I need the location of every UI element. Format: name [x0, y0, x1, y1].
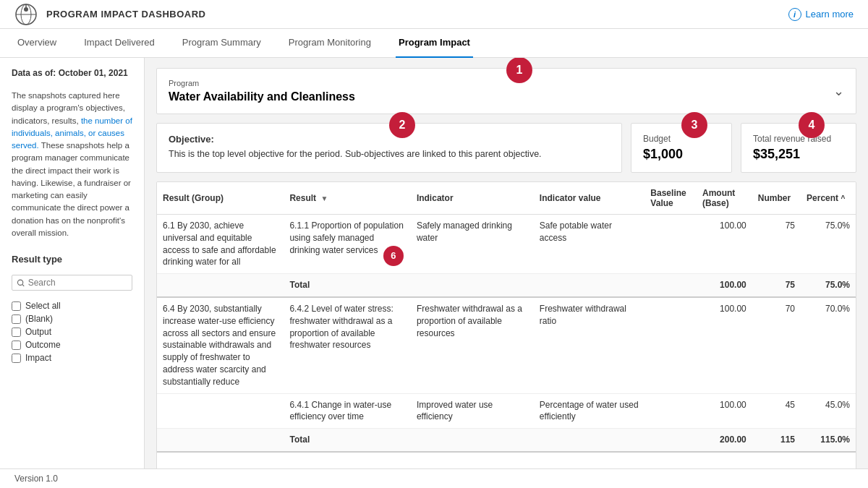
program-label: Program — [169, 79, 355, 87]
revenue-card: 4 Total revenue raised $35,251 — [741, 123, 856, 173]
objective-text: This is the top level objective for the … — [169, 147, 610, 161]
revenue-label: Total revenue raised — [753, 134, 844, 144]
cell-amount-1: 100.00 — [697, 215, 752, 274]
data-as-of-date: Data as of: October 01, 2021 — [12, 68, 132, 78]
tab-program-impact[interactable]: Program Impact — [396, 29, 473, 58]
cell-number-3: 70 — [752, 297, 801, 393]
circle-2: 2 — [389, 112, 415, 138]
col-header-percent: Percent ^ — [801, 182, 856, 215]
cell-total-percent-2: 115.0% — [801, 429, 856, 452]
result-type-heading: Result type — [12, 254, 132, 265]
circle-3: 3 — [681, 112, 707, 138]
app-logo — [14, 3, 38, 26]
col-header-number: Number — [752, 182, 801, 215]
objective-label: Objective: — [169, 134, 610, 145]
cell-baseline-4 — [644, 393, 697, 429]
circle-4: 4 — [799, 112, 825, 138]
blank-label: (Blank) — [25, 314, 53, 324]
svg-point-4 — [24, 7, 28, 12]
search-icon — [17, 278, 25, 288]
blank-checkbox[interactable] — [12, 314, 21, 324]
nav-tabs: Overview Impact Delivered Program Summar… — [0, 29, 868, 58]
cell-indicator-1: Safely managed drinking water — [411, 215, 534, 274]
cell-number-4: 45 — [752, 393, 801, 429]
program-name: Water Availability and Cleanliness — [169, 90, 355, 103]
circle-1: 1 — [506, 58, 532, 83]
circle-6: 6 — [383, 246, 404, 266]
main-content: Data as of: October 01, 2021 The snapsho… — [0, 58, 868, 488]
cell-result-4: 6.4.1 Change in water-use efficiency ove… — [284, 393, 410, 429]
dashboard-content: Program Water Availability and Cleanline… — [145, 58, 868, 488]
cell-total-label-2: Total — [284, 429, 410, 452]
cell-indicator-value-4: Percentage of water used efficiently — [534, 393, 645, 429]
sidebar: Data as of: October 01, 2021 The snapsho… — [0, 58, 145, 488]
checkbox-blank[interactable]: (Blank) — [12, 314, 132, 324]
tab-program-monitoring[interactable]: Program Monitoring — [286, 29, 374, 58]
sort-arrow-percent: ^ — [841, 194, 845, 202]
cell-baseline-3 — [644, 297, 697, 393]
learn-more-label: Learn more — [806, 9, 854, 20]
budget-card: 3 Budget $1,000 — [631, 123, 732, 173]
cell-baseline-1 — [644, 215, 697, 274]
expand-chevron-icon[interactable]: ⌄ — [833, 83, 844, 99]
col-header-result[interactable]: Result ▼ — [284, 182, 410, 215]
search-input[interactable] — [28, 278, 127, 288]
learn-more-link[interactable]: i Learn more — [788, 8, 854, 21]
col-header-indicator-value: Indicator value — [534, 182, 645, 215]
results-table-card: Result (Group) Result ▼ Indicator Indica… — [156, 181, 856, 478]
cell-total-number-2: 115 — [752, 429, 801, 452]
version-label: Version 1.0 — [14, 474, 58, 484]
cell-percent-4: 45.0% — [801, 393, 856, 429]
cell-total-label-1: Total — [284, 274, 410, 297]
table-total-row-1: Total 100.00 75 75.0% — [157, 274, 856, 297]
table-total-row-2: Total 200.00 115 115.0% — [157, 429, 856, 452]
app-header: PROGRAM IMPACT DASHBOARD i Learn more — [0, 0, 868, 29]
cell-indicator-value-3: Freshwater withdrawal ratio — [534, 297, 645, 393]
outcome-label: Outcome — [25, 340, 61, 350]
info-icon: i — [788, 8, 801, 21]
cell-number-1: 75 — [752, 215, 801, 274]
checkbox-list: Select all (Blank) Output Outcome Impact — [12, 301, 132, 363]
objective-budget-row: 2 Objective: This is the top level objec… — [156, 123, 856, 173]
sidebar-description: The snapshots captured here display a pr… — [12, 90, 132, 239]
select-all-label: Select all — [25, 301, 61, 311]
outcome-checkbox[interactable] — [12, 341, 21, 350]
output-checkbox[interactable] — [12, 328, 21, 337]
impact-checkbox[interactable] — [12, 354, 21, 363]
search-box[interactable] — [12, 275, 132, 291]
checkbox-impact[interactable]: Impact — [12, 353, 132, 363]
checkbox-outcome[interactable]: Outcome — [12, 340, 132, 350]
budget-label: Budget — [643, 134, 720, 144]
cell-result-1: 6.1.1 Proportion of population using saf… — [284, 215, 410, 274]
version-bar: Version 1.0 — [0, 468, 868, 488]
table-row: 6.4 By 2030, substantially increase wate… — [157, 297, 856, 393]
cell-percent-1: 75.0% — [801, 215, 856, 274]
col-header-amount: Amount(Base) — [697, 182, 752, 215]
checkbox-select-all[interactable]: Select all — [12, 301, 132, 311]
tab-impact-delivered[interactable]: Impact Delivered — [81, 29, 158, 58]
app-title: PROGRAM IMPACT DASHBOARD — [46, 9, 205, 20]
cell-result-group-3: 6.4 By 2030, substantially increase wate… — [157, 297, 284, 393]
svg-point-5 — [17, 280, 22, 285]
cell-indicator-3: Freshwater withdrawal as a proportion of… — [411, 297, 534, 393]
program-card-info: Program Water Availability and Cleanline… — [169, 79, 355, 103]
cell-amount-4: 100.00 — [697, 393, 752, 429]
budget-value: $1,000 — [643, 147, 720, 162]
table-row: 6.4.1 Change in water-use efficiency ove… — [157, 393, 856, 429]
col-header-indicator: Indicator — [411, 182, 534, 215]
cell-indicator-value-1: Safe potable water access — [534, 215, 645, 274]
col-header-baseline: BaselineValue — [644, 182, 697, 215]
cell-total-percent-1: 75.0% — [801, 274, 856, 297]
revenue-value: $35,251 — [753, 147, 844, 162]
select-all-checkbox[interactable] — [12, 301, 21, 311]
cell-result-3: 6.4.2 Level of water stress: freshwater … — [284, 297, 410, 393]
program-card: Program Water Availability and Cleanline… — [156, 68, 856, 114]
results-link[interactable]: the number of individuals, animals, or c… — [12, 116, 132, 150]
svg-line-6 — [22, 284, 24, 286]
checkbox-output[interactable]: Output — [12, 327, 132, 337]
results-table: Result (Group) Result ▼ Indicator Indica… — [157, 182, 856, 453]
tab-overview[interactable]: Overview — [14, 29, 59, 58]
cell-result-group-1: 6.1 By 2030, achieve universal and equit… — [157, 215, 284, 274]
cell-percent-3: 70.0% — [801, 297, 856, 393]
tab-program-summary[interactable]: Program Summary — [179, 29, 264, 58]
